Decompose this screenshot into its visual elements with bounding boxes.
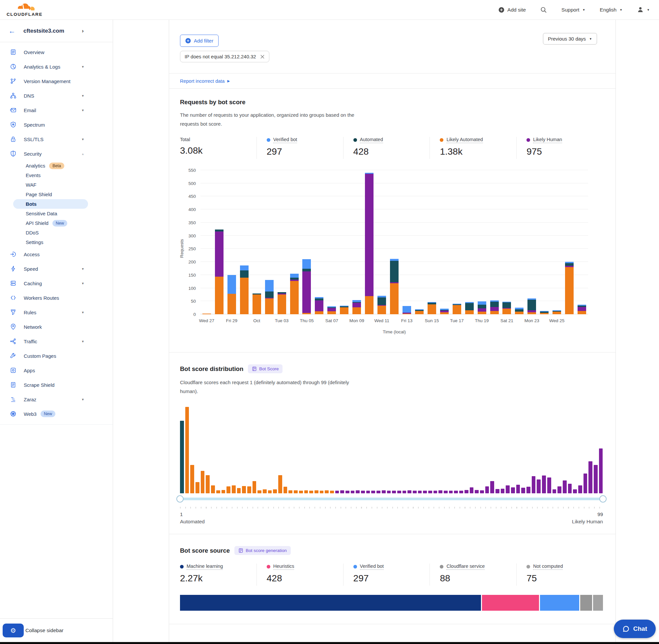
histogram-bar [314,490,319,493]
dns-icon [10,92,17,99]
sidebar-item-apps[interactable]: Apps [0,363,113,377]
stat-value: 975 [526,146,603,157]
add-filter-button[interactable]: Add filter [180,34,218,47]
search-button[interactable] [540,6,547,13]
sidebar-item-events[interactable]: Events [0,170,113,180]
sidebar-item-api-shield[interactable]: API ShieldNew [0,218,113,228]
sidebar-item-zaraz[interactable]: Zaraz▾ [0,392,113,407]
requests-stats-row: Total3.08kVerified bot297Automated428Lik… [180,137,603,159]
legend-dot [267,565,270,569]
sidebar-item-workers-routes[interactable]: Workers Routes [0,291,113,305]
x-tick-label: Sun 15 [425,318,439,323]
sidebar-item-ddos[interactable]: DDoS [0,228,113,237]
collapse-sidebar-button[interactable]: ⚙ Collapse sidebar [0,618,113,642]
sidebar-item-label: Rules [24,309,36,315]
sidebar-item-page-shield[interactable]: Page Shield [0,190,113,199]
sidebar-item-settings[interactable]: Settings [0,237,113,247]
x-tick-label: Thu 19 [475,318,489,323]
sidebar-item-ssl-tls[interactable]: SSL/TLS▾ [0,132,113,146]
stacked-bar [228,275,236,314]
plus-circle-icon [185,38,191,44]
sidebar-item-waf[interactable]: WAF [0,180,113,190]
bar-slot: Sun 15 [426,170,438,314]
histogram-bar [294,490,298,493]
segment-likely-automated [377,306,386,314]
sidebar-item-speed[interactable]: Speed▾ [0,261,113,276]
support-menu[interactable]: Support ▼ [561,7,585,13]
histogram-bar [263,489,267,493]
settings-gear-button[interactable]: ⚙ [3,624,24,638]
sidebar-item-label: Workers Routes [24,295,59,301]
stacked-bar [565,262,573,314]
bot-score-generation-badge[interactable]: Bot score generation [234,546,291,555]
sidebar-item-web3[interactable]: Web3New [0,407,113,421]
sidebar-item-overview[interactable]: Overview [0,45,113,59]
segment-likely-automated [453,305,461,314]
stacked-bar [377,296,386,314]
bot-score-badge[interactable]: Bot Score [248,364,283,373]
slider-handle-max[interactable] [599,495,607,503]
sidebar-item-rules[interactable]: Rules▾ [0,305,113,320]
collapse-sidebar-label: Collapse sidebar [25,627,63,634]
y-tick-label: 200 [188,259,196,264]
bar-slot: Wed 27 [201,170,213,314]
report-incorrect-data-link[interactable]: Report incorrect data ▶ [180,78,230,84]
histogram-bar [211,485,215,493]
stacked-bar [352,300,361,314]
x-tick-label: Sat 21 [500,318,513,323]
histogram-bar [320,491,324,493]
stacked-bar [402,306,411,314]
sidebar-item-email[interactable]: Email▾ [0,103,113,117]
new-badge: New [52,220,67,227]
legend-dot [180,565,184,569]
sidebar-item-analytics-logs[interactable]: Analytics & Logs▾ [0,59,113,74]
sidebar-item-spectrum[interactable]: Spectrum [0,117,113,132]
sidebar-item-network[interactable]: Network [0,320,113,334]
segment-likely-automated [428,304,436,314]
language-menu[interactable]: English ▼ [600,7,622,13]
histogram-bar [526,487,531,493]
histogram-bar [578,485,582,493]
sidebar-item-version-management[interactable]: Version Management [0,74,113,88]
stat-label: Verified bot [360,564,384,570]
filter-chip: IP does not equal 35.212.240.32 [180,51,269,62]
y-tick-label: 0 [193,312,196,317]
cloudflare-logo[interactable]: CLOUDFLARE [6,3,43,17]
slider-handle-min[interactable] [176,495,184,503]
sidebar-item-label: Overview [24,49,45,55]
bar-slot [263,170,276,314]
slider-track[interactable] [180,498,603,500]
account-menu[interactable]: ▼ [637,6,650,13]
remove-filter-icon[interactable] [260,54,265,59]
stat-value: 88 [440,573,516,584]
sidebar-item-security[interactable]: Security▴ [0,146,113,161]
histogram-bar [273,489,277,493]
legend-dot [526,138,530,142]
segment-likely-automated [290,281,299,314]
sidebar-item-label: Zaraz [24,397,36,402]
sidebar-item-traffic[interactable]: Traffic▾ [0,334,113,348]
segment-likely-automated [352,307,361,314]
sidebar-item-access[interactable]: Access [0,247,113,261]
histogram-bar [351,491,355,493]
sidebar-nav: OverviewAnalytics & Logs▾Version Managem… [0,42,113,425]
sidebar-item-dns[interactable]: DNS▾ [0,88,113,103]
stat-value: 1.38k [440,146,516,157]
chevron-down-icon: ▾ [82,137,84,141]
sidebar-item-label: DDoS [26,230,39,235]
sidebar-item-caching[interactable]: Caching▾ [0,276,113,291]
sidebar-item-scrape-shield[interactable]: Scrape Shield [0,377,113,392]
add-site-button[interactable]: Add site [498,7,526,13]
bar-slot [538,170,550,314]
chat-button[interactable]: Chat [614,620,656,638]
sidebar-item-analytics[interactable]: AnalyticsBeta [0,161,113,170]
back-arrow-icon[interactable]: ← [8,27,16,35]
legend-dot [440,138,443,142]
sidebar-item-custom-pages[interactable]: Custom Pages [0,348,113,363]
sidebar-item-bots[interactable]: Bots [13,199,88,209]
sidebar-item-sensitive-data[interactable]: Sensitive Data [0,209,113,218]
bar-slot [575,170,588,314]
date-range-select[interactable]: Previous 30 days ▼ [543,33,597,45]
site-switcher[interactable]: ← cftestsite3.com › [0,20,113,42]
histogram-bar [418,491,422,493]
